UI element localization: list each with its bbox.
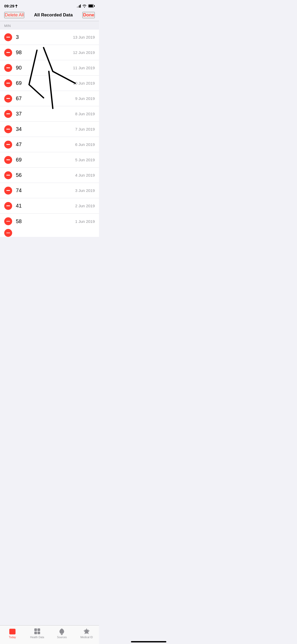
status-time: 09:29: [4, 4, 18, 8]
list-item: 3 13 Jun 2019: [0, 30, 99, 45]
delete-button-7[interactable]: [4, 141, 12, 149]
item-date-11: 2 Jun 2019: [75, 204, 95, 208]
nav-bar: Delete All All Recorded Data Done: [0, 9, 99, 21]
item-value-5: 37: [16, 111, 75, 117]
partial-list-item: [0, 229, 99, 237]
list-item: 74 3 Jun 2019: [0, 183, 99, 198]
delete-button-12[interactable]: [4, 217, 12, 225]
item-value-9: 56: [16, 172, 75, 178]
item-date-8: 5 Jun 2019: [75, 158, 95, 162]
item-value-2: 90: [16, 65, 73, 71]
delete-button-3[interactable]: [4, 79, 12, 87]
item-value-1: 98: [16, 49, 73, 56]
list-item: 98 12 Jun 2019: [0, 45, 99, 60]
status-bar: 09:29: [0, 0, 99, 9]
item-value-8: 69: [16, 157, 75, 163]
delete-button-partial[interactable]: [4, 229, 12, 237]
item-value-3: 69: [16, 80, 73, 86]
list-item: 67 9 Jun 2019: [0, 91, 99, 106]
item-date-10: 3 Jun 2019: [75, 188, 95, 193]
list-item: 69 5 Jun 2019: [0, 152, 99, 168]
item-value-0: 3: [16, 34, 73, 40]
item-date-1: 12 Jun 2019: [73, 50, 95, 55]
item-date-3: 10 Jun 2019: [73, 81, 95, 85]
item-date-2: 11 Jun 2019: [73, 66, 95, 70]
delete-button-9[interactable]: [4, 171, 12, 179]
delete-button-2[interactable]: [4, 64, 12, 72]
wifi-icon: [82, 4, 87, 8]
delete-button-8[interactable]: [4, 156, 12, 164]
status-icons: [77, 4, 95, 8]
list-item: 34 7 Jun 2019: [0, 122, 99, 137]
delete-button-4[interactable]: [4, 95, 12, 103]
battery-icon: [88, 4, 95, 8]
list-item: 69 10 Jun 2019: [0, 76, 99, 91]
item-value-7: 47: [16, 141, 75, 148]
list-item: 47 6 Jun 2019: [0, 137, 99, 152]
delete-button-0[interactable]: [4, 33, 12, 41]
list-item: 37 8 Jun 2019: [0, 106, 99, 122]
item-date-9: 4 Jun 2019: [75, 173, 95, 177]
location-icon: [15, 4, 18, 8]
item-value-11: 41: [16, 203, 75, 209]
list-item: 56 4 Jun 2019: [0, 168, 99, 183]
list-item: 90 11 Jun 2019: [0, 60, 99, 76]
item-value-10: 74: [16, 187, 75, 194]
item-value-12: 58: [16, 218, 75, 224]
list-item: 41 2 Jun 2019: [0, 198, 99, 214]
item-value-4: 67: [16, 95, 75, 102]
section-header-label: MIN: [4, 24, 11, 28]
item-date-12: 1 Jun 2019: [75, 219, 95, 224]
delete-all-button[interactable]: Delete All: [4, 12, 24, 18]
time-display: 09:29: [4, 4, 14, 8]
section-header: MIN: [0, 21, 99, 30]
done-button[interactable]: Done: [82, 12, 95, 18]
delete-button-1[interactable]: [4, 49, 12, 57]
delete-button-10[interactable]: [4, 187, 12, 195]
page-title: All Recorded Data: [34, 12, 73, 18]
svg-rect-2: [89, 5, 93, 7]
data-list: 3 13 Jun 2019 98 12 Jun 2019 90 11 Jun 2…: [0, 30, 99, 229]
item-date-4: 9 Jun 2019: [75, 96, 95, 101]
item-date-0: 13 Jun 2019: [73, 35, 95, 39]
delete-button-11[interactable]: [4, 202, 12, 210]
item-date-7: 6 Jun 2019: [75, 142, 95, 147]
delete-button-5[interactable]: [4, 110, 12, 118]
item-date-6: 7 Jun 2019: [75, 127, 95, 131]
signal-icon: [77, 4, 81, 8]
item-value-6: 34: [16, 126, 75, 132]
delete-button-6[interactable]: [4, 125, 12, 133]
scroll-content: MIN 3 13 Jun 2019 98 12 Jun 2019 90 11 J…: [0, 21, 99, 261]
svg-rect-1: [94, 5, 95, 7]
list-item: 58 1 Jun 2019: [0, 214, 99, 229]
item-date-5: 8 Jun 2019: [75, 112, 95, 116]
